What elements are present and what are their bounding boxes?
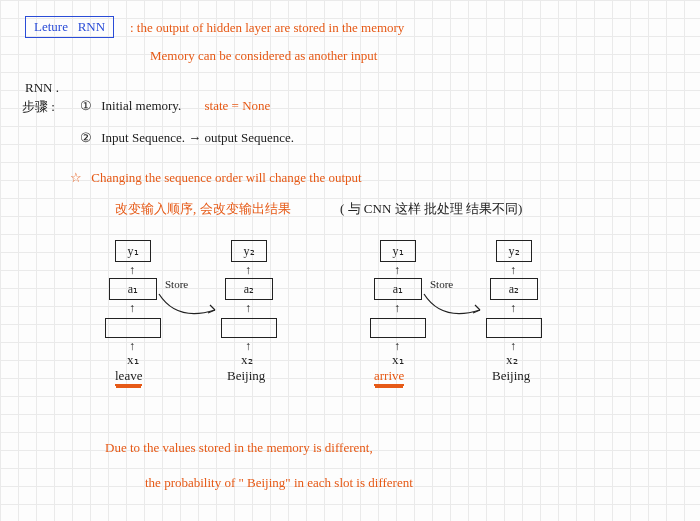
arrow-icon <box>510 300 516 316</box>
note-chinese: 改变输入顺序, 会改变输出结果 <box>115 200 291 218</box>
a1-box: a₁ <box>109 278 157 300</box>
lecture-title-box: Leture RNN <box>25 16 114 38</box>
diagram-right: y₁ a₁ x₁ arrive Store y₂ a₂ x₂ Beijing <box>380 240 600 405</box>
x2-label-r: x₂ <box>506 352 518 368</box>
store-label-left: Store <box>165 278 188 290</box>
arrow-icon <box>394 262 400 278</box>
beijing-label-left: Beijing <box>227 368 265 384</box>
note-english: Changing the sequence order will change … <box>91 170 361 185</box>
intro-line-1: : the output of hidden layer are stored … <box>130 20 404 36</box>
x1-empty-box <box>105 318 161 338</box>
y1-box: y₁ <box>115 240 151 262</box>
arrow-icon <box>129 262 135 278</box>
store-label-right: Store <box>430 278 453 290</box>
lecture-topic: RNN <box>78 19 105 34</box>
arrow-icon <box>394 300 400 316</box>
step-2-text: Input Sequence. → output Sequence. <box>101 130 294 145</box>
note-chinese-paren: ( 与 CNN 这样 批处理 结果不同) <box>340 200 522 218</box>
conclusion-line-2: the probability of " Beijing" in each sl… <box>145 475 413 491</box>
x1-label-r: x₁ <box>392 352 404 368</box>
star-icon: ☆ <box>70 170 82 185</box>
intro-line-2: Memory can be considered as another inpu… <box>150 48 377 64</box>
beijing-label-right: Beijing <box>492 368 530 384</box>
x2-label: x₂ <box>241 352 253 368</box>
lecture-word: Leture <box>34 19 68 34</box>
arrow-icon <box>245 262 251 278</box>
arrow-icon <box>245 300 251 316</box>
store-arrow-icon <box>422 292 492 326</box>
arrow-icon <box>510 262 516 278</box>
step-1-num: ① <box>80 98 92 113</box>
a2-box: a₂ <box>225 278 273 300</box>
store-arrow-icon <box>157 292 227 326</box>
x1-label: x₁ <box>127 352 139 368</box>
leave-label: leave <box>115 368 142 386</box>
y2-box-r: y₂ <box>496 240 532 262</box>
step-1-text: Initial memory. <box>101 98 181 113</box>
conclusion-line-1: Due to the values stored in the memory i… <box>105 440 373 456</box>
section-steps: 步骤 : <box>22 98 55 116</box>
a1-box-r: a₁ <box>374 278 422 300</box>
x2-empty-box-r <box>486 318 542 338</box>
a2-box-r: a₂ <box>490 278 538 300</box>
x1-empty-box-r <box>370 318 426 338</box>
arrive-label: arrive <box>374 368 404 386</box>
arrow-icon <box>129 300 135 316</box>
y1-box-r: y₁ <box>380 240 416 262</box>
section-rnn: RNN . <box>25 80 59 96</box>
diagram-left: y₁ a₁ x₁ leave Store y₂ a₂ x₂ Beijing <box>115 240 335 405</box>
x2-empty-box <box>221 318 277 338</box>
step-1-state: state = None <box>205 98 271 113</box>
y2-box: y₂ <box>231 240 267 262</box>
step-2-num: ② <box>80 130 92 145</box>
